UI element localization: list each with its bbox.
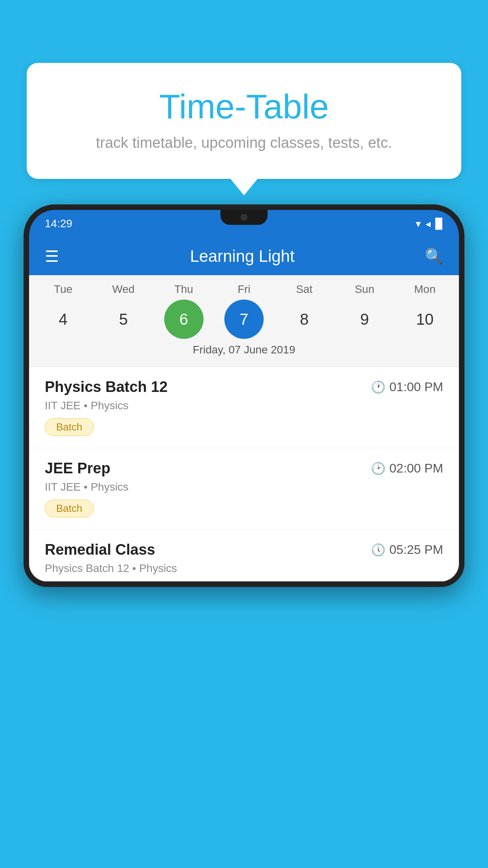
day-9[interactable]: 9 [345, 300, 384, 339]
speech-bubble: Time-Table track timetable, upcoming cla… [27, 63, 461, 179]
schedule-item-3-name: Remedial Class [45, 541, 155, 558]
day-labels-row: Tue Wed Thu Fri Sat Sun Mon [29, 283, 459, 296]
schedule-item-1-time: 🕐 01:00 PM [371, 380, 443, 394]
clock-icon-2: 🕑 [371, 462, 385, 475]
schedule-item-1-header: Physics Batch 12 🕐 01:00 PM [45, 379, 443, 395]
phone-frame: 14:29 ▾ ◂ ▉ ☰ Learning Light 🔍 Tue Wed T… [24, 204, 464, 587]
clock-icon-1: 🕐 [371, 380, 385, 394]
schedule-item-2[interactable]: JEE Prep 🕑 02:00 PM IIT JEE • Physics Ba… [29, 448, 459, 530]
battery-icon: ▉ [435, 218, 443, 230]
day-numbers-row: 4 5 6 7 8 9 10 [29, 300, 459, 339]
day-label-wed: Wed [104, 283, 143, 296]
power-button [459, 289, 463, 320]
hamburger-icon[interactable]: ☰ [45, 247, 60, 265]
selected-date-label: Friday, 07 June 2019 [29, 339, 459, 362]
day-label-thu: Thu [164, 283, 204, 296]
camera [240, 214, 248, 221]
app-bar: ☰ Learning Light 🔍 [29, 237, 459, 275]
calendar-week: Tue Wed Thu Fri Sat Sun Mon 4 5 6 7 8 9 … [29, 275, 459, 367]
schedule-item-3-header: Remedial Class 🕔 05:25 PM [45, 541, 443, 558]
vol-down-button [25, 311, 29, 334]
schedule-item-1-name: Physics Batch 12 [45, 379, 168, 395]
batch-badge-1: Batch [45, 418, 94, 436]
schedule-item-2-detail: IIT JEE • Physics [45, 481, 443, 493]
schedule-item-2-header: JEE Prep 🕑 02:00 PM [45, 460, 443, 477]
wifi-icon: ▾ [416, 218, 421, 230]
phone-notch [220, 210, 268, 225]
schedule-item-1[interactable]: Physics Batch 12 🕐 01:00 PM IIT JEE • Ph… [29, 367, 459, 448]
schedule-list: Physics Batch 12 🕐 01:00 PM IIT JEE • Ph… [29, 367, 459, 581]
vol-up-button [25, 281, 29, 304]
day-label-sat: Sat [284, 283, 324, 296]
schedule-item-1-detail: IIT JEE • Physics [45, 399, 443, 412]
schedule-item-3[interactable]: Remedial Class 🕔 05:25 PM Physics Batch … [29, 530, 459, 581]
schedule-item-3-detail: Physics Batch 12 • Physics [45, 562, 443, 575]
clock-icon-3: 🕔 [371, 543, 385, 557]
volume-buttons [25, 281, 29, 340]
day-7-selected[interactable]: 7 [224, 300, 264, 339]
day-label-sun: Sun [345, 283, 384, 296]
bubble-title: Time-Table [58, 86, 430, 127]
schedule-item-3-time: 🕔 05:25 PM [371, 542, 443, 557]
day-8[interactable]: 8 [284, 300, 324, 339]
day-label-mon: Mon [405, 283, 444, 296]
day-label-fri: Fri [224, 283, 264, 296]
batch-badge-2: Batch [45, 500, 94, 517]
bubble-subtitle: track timetable, upcoming classes, tests… [58, 134, 430, 151]
status-bar: 14:29 ▾ ◂ ▉ [29, 210, 459, 237]
day-4[interactable]: 4 [44, 300, 83, 339]
status-time: 14:29 [45, 217, 72, 230]
day-label-tue: Tue [44, 283, 83, 296]
app-title: Learning Light [72, 247, 413, 266]
day-6-today[interactable]: 6 [164, 300, 204, 339]
phone-mockup: 14:29 ▾ ◂ ▉ ☰ Learning Light 🔍 Tue Wed T… [24, 204, 464, 868]
schedule-item-2-time: 🕑 02:00 PM [371, 461, 443, 476]
schedule-item-2-name: JEE Prep [45, 460, 110, 477]
day-5[interactable]: 5 [104, 300, 143, 339]
status-icons: ▾ ◂ ▉ [416, 218, 443, 230]
day-10[interactable]: 10 [405, 300, 444, 339]
signal-icon: ◂ [426, 218, 431, 230]
search-icon[interactable]: 🔍 [425, 248, 443, 265]
